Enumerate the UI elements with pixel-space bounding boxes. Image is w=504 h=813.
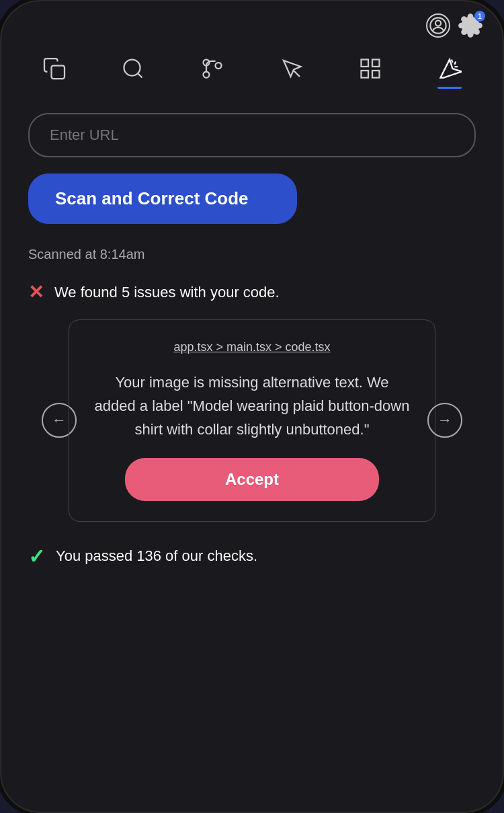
profile-icon[interactable]: [426, 13, 450, 38]
issue-line: ✕ We found 5 issues with your code.: [28, 281, 476, 303]
settings-badge: 1: [474, 11, 485, 22]
toolbar-item-search[interactable]: [113, 51, 153, 86]
svg-rect-12: [372, 60, 380, 67]
svg-point-1: [435, 20, 441, 26]
code-card: app.tsx > main.tsx > code.tsx Your image…: [69, 319, 435, 522]
scanned-time: Scanned at 8:14am: [28, 247, 476, 262]
url-input-wrapper[interactable]: http://localhost/myawesomesite: [28, 113, 476, 157]
toolbar-item-copy[interactable]: [34, 51, 75, 86]
card-container: ← app.tsx > main.tsx > code.tsx Your ima…: [62, 319, 442, 522]
svg-point-4: [124, 60, 140, 76]
url-input[interactable]: http://localhost/myawesomesite: [50, 126, 454, 144]
status-bar: 1: [1, 1, 503, 44]
card-description: Your image is missing alternative text. …: [93, 371, 411, 442]
pass-line: ✓ You passed 136 of our checks.: [28, 545, 476, 568]
svg-line-16: [455, 62, 456, 65]
toolbar-item-grid[interactable]: [350, 51, 390, 86]
issue-text: We found 5 issues with your code.: [54, 284, 280, 301]
next-arrow[interactable]: →: [427, 403, 462, 438]
svg-rect-13: [362, 71, 369, 78]
svg-rect-11: [362, 60, 369, 67]
scan-button[interactable]: Scan and Correct Code: [28, 173, 297, 224]
svg-point-6: [204, 72, 210, 78]
svg-line-5: [138, 73, 142, 78]
svg-rect-14: [372, 71, 380, 78]
error-icon: ✕: [28, 281, 44, 303]
file-path: app.tsx > main.tsx > code.tsx: [173, 340, 330, 354]
phone-frame: 1: [0, 0, 504, 813]
accept-button[interactable]: Accept: [125, 458, 379, 501]
toolbar: [1, 44, 503, 100]
toolbar-item-debug[interactable]: [271, 51, 312, 86]
main-content: http://localhost/myawesomesite Scan and …: [1, 100, 503, 812]
checkmark-icon: ✓: [28, 545, 45, 568]
svg-line-15: [452, 60, 453, 63]
svg-line-10: [294, 71, 300, 77]
toolbar-item-git[interactable]: [192, 51, 233, 86]
svg-point-8: [216, 63, 222, 69]
pass-text: You passed 136 of our checks.: [56, 547, 257, 565]
phone-screen: 1: [1, 1, 503, 812]
toolbar-item-celebrate[interactable]: [429, 51, 470, 86]
svg-rect-3: [51, 66, 65, 79]
settings-icon[interactable]: 1: [458, 13, 482, 38]
